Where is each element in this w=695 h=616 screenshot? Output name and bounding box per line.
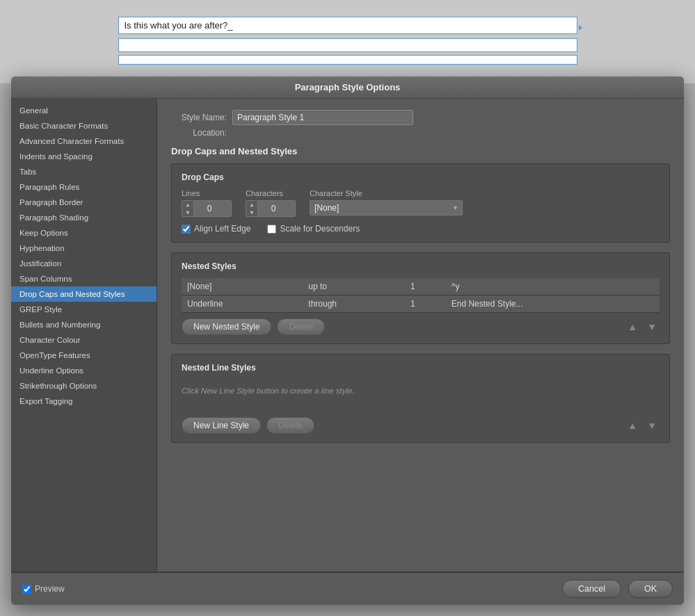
sidebar-item-18[interactable]: Strikethrough Options <box>11 378 157 394</box>
lines-label: Lines <box>182 189 232 197</box>
new-line-style-button[interactable]: New Line Style <box>182 417 261 434</box>
nested-line-styles-hint: Click New Line Style button to create a … <box>182 382 355 399</box>
char-style-select-wrapper: [None] <box>310 200 463 216</box>
char-style-container: Character Style [None] <box>310 189 463 216</box>
sidebar-item-0[interactable]: General <box>11 103 157 118</box>
sidebar-item-14[interactable]: Bullets and Numbering <box>11 317 157 332</box>
scale-descenders-checkbox[interactable] <box>267 225 276 234</box>
nested-style-cell-style-0: [None] <box>182 278 303 295</box>
sidebar-item-10[interactable]: Justification <box>11 256 157 271</box>
nested-style-cell-type-0: up to <box>303 278 405 295</box>
footer-buttons: Cancel OK <box>562 580 673 598</box>
preview-checkbox[interactable] <box>22 585 31 594</box>
drop-caps-title: Drop Caps <box>182 172 660 182</box>
lines-group: Lines ▲ ▼ <box>182 189 232 217</box>
lines-down-btn[interactable]: ▼ <box>182 209 193 216</box>
dialog-titlebar: Paragraph Style Options <box>11 76 684 99</box>
line-style-down-arrow[interactable]: ▼ <box>644 419 660 432</box>
sidebar-item-7[interactable]: Paragraph Shading <box>11 210 157 225</box>
location-label: Location: <box>171 128 227 138</box>
paragraph-style-dialog: Paragraph Style Options GeneralBasic Cha… <box>11 76 684 605</box>
sidebar-item-5[interactable]: Paragraph Rules <box>11 179 157 195</box>
nested-style-cell-type-1: through <box>303 295 405 313</box>
sidebar-item-19[interactable]: Export Tagging <box>11 394 157 409</box>
align-left-edge-text: Align Left Edge <box>194 224 250 234</box>
sidebar-item-8[interactable]: Keep Options <box>11 225 157 241</box>
drop-caps-fields: Lines ▲ ▼ Characters <box>182 189 660 217</box>
sidebar-item-15[interactable]: Character Colour <box>11 332 157 348</box>
nested-styles-arrows: ▲ ▼ <box>625 320 660 334</box>
line-style-up-arrow[interactable]: ▲ <box>625 419 640 432</box>
preview-text: Preview <box>35 584 65 594</box>
char-style-label: Character Style <box>310 189 463 197</box>
preview-label[interactable]: Preview <box>22 584 65 594</box>
main-content: Style Name: Location: Drop Caps and Nest… <box>157 99 684 572</box>
cancel-button[interactable]: Cancel <box>562 580 621 598</box>
sidebar-item-11[interactable]: Span Columns <box>11 271 157 286</box>
align-left-edge-label[interactable]: Align Left Edge <box>182 224 250 234</box>
dialog-body: GeneralBasic Character FormatsAdvanced C… <box>11 99 684 572</box>
characters-spinner: ▲ ▼ <box>246 200 296 217</box>
scale-descenders-text: Scale for Descenders <box>280 224 360 234</box>
canvas-line-2 <box>118 55 577 65</box>
nested-line-styles-btn-row: New Line Style Delete ▲ ▼ <box>182 417 660 434</box>
lines-spinner-buttons: ▲ ▼ <box>182 201 194 216</box>
nested-style-down-arrow[interactable]: ▼ <box>644 320 660 334</box>
char-style-select[interactable]: [None] <box>310 200 463 216</box>
nested-style-row-1[interactable]: Underlinethrough1End Nested Style... <box>182 295 660 313</box>
lines-input[interactable] <box>194 202 225 215</box>
delete-nested-style-button[interactable]: Delete <box>277 318 325 335</box>
scale-descenders-label[interactable]: Scale for Descenders <box>267 224 360 234</box>
characters-group: Characters ▲ ▼ <box>246 189 296 217</box>
section-title: Drop Caps and Nested Styles <box>171 146 670 156</box>
drop-caps-panel: Drop Caps Lines ▲ ▼ <box>171 163 670 243</box>
characters-up-btn[interactable]: ▲ <box>246 201 257 209</box>
sidebar-item-17[interactable]: Underline Options <box>11 363 157 378</box>
sidebar: GeneralBasic Character FormatsAdvanced C… <box>11 99 157 572</box>
canvas-area: Is this what you are after?_ <box>0 0 695 83</box>
line-styles-arrows: ▲ ▼ <box>625 419 660 432</box>
canvas-text: Is this what you are after?_ <box>125 20 233 31</box>
nested-styles-title: Nested Styles <box>182 261 660 271</box>
location-row: Location: <box>171 128 670 138</box>
characters-input[interactable] <box>258 202 289 215</box>
sidebar-item-2[interactable]: Advanced Character Formats <box>11 133 157 149</box>
canvas-line-1 <box>118 38 577 52</box>
canvas-text-box: Is this what you are after?_ <box>118 17 577 34</box>
ok-button[interactable]: OK <box>628 580 673 598</box>
nested-line-styles-content: Click New Line Style button to create a … <box>182 380 660 413</box>
nested-line-styles-panel: Nested Line Styles Click New Line Style … <box>171 354 670 443</box>
nested-style-cell-count-0: 1 <box>405 278 446 295</box>
style-name-input[interactable] <box>232 110 413 125</box>
new-nested-style-button[interactable]: New Nested Style <box>182 318 271 335</box>
nested-style-up-arrow[interactable]: ▲ <box>625 320 640 334</box>
nested-style-cell-count-1: 1 <box>405 295 446 313</box>
characters-label: Characters <box>246 189 296 197</box>
characters-spinner-buttons: ▲ ▼ <box>246 201 258 216</box>
sidebar-item-6[interactable]: Paragraph Border <box>11 195 157 210</box>
lines-spinner: ▲ ▼ <box>182 200 232 217</box>
nested-styles-btn-row: New Nested Style Delete ▲ ▼ <box>182 318 660 335</box>
dialog-footer: Preview Cancel OK <box>11 572 684 605</box>
sidebar-item-3[interactable]: Indents and Spacing <box>11 149 157 164</box>
checkbox-row: Align Left Edge Scale for Descenders <box>182 224 660 234</box>
sidebar-item-12[interactable]: Drop Caps and Nested Styles <box>11 286 157 302</box>
nested-style-cell-end-1: End Nested Style... <box>446 295 660 313</box>
nested-style-row-0[interactable]: [None]up to1^y <box>182 278 660 295</box>
lines-up-btn[interactable]: ▲ <box>182 201 193 209</box>
delete-line-style-button[interactable]: Delete <box>266 417 314 434</box>
sidebar-item-16[interactable]: OpenType Features <box>11 348 157 363</box>
style-name-row: Style Name: <box>171 110 670 125</box>
sidebar-item-4[interactable]: Tabs <box>11 164 157 179</box>
sidebar-item-1[interactable]: Basic Character Formats <box>11 118 157 133</box>
dialog-title: Paragraph Style Options <box>295 82 401 92</box>
sidebar-item-13[interactable]: GREP Style <box>11 302 157 317</box>
nested-styles-table: [None]up to1^yUnderlinethrough1End Neste… <box>182 278 660 313</box>
style-name-label: Style Name: <box>171 113 227 122</box>
nested-style-cell-end-0: ^y <box>446 278 660 295</box>
align-left-edge-checkbox[interactable] <box>182 225 191 234</box>
nested-style-cell-style-1: Underline <box>182 295 303 313</box>
characters-down-btn[interactable]: ▼ <box>246 209 257 216</box>
sidebar-item-9[interactable]: Hyphenation <box>11 241 157 256</box>
nested-styles-panel: Nested Styles [None]up to1^yUnderlinethr… <box>171 252 670 344</box>
